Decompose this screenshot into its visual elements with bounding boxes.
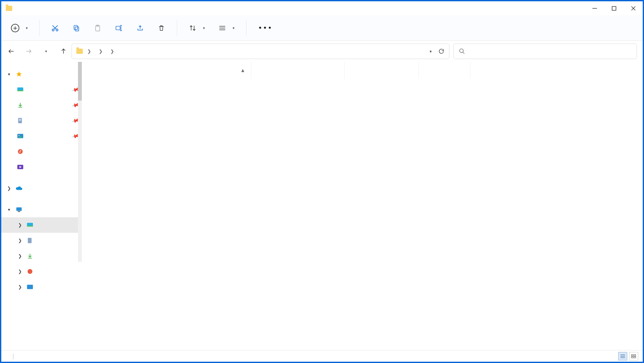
plus-icon: + [11, 24, 19, 32]
sidebar: ▾ 📌 📌 📌 [1, 62, 82, 350]
separator [177, 20, 177, 36]
sidebar-item-desktop[interactable]: 📌 [1, 82, 82, 97]
svg-rect-55 [631, 356, 633, 358]
delete-button[interactable] [152, 19, 171, 37]
new-button[interactable]: + ▾ [5, 19, 34, 37]
chevron-right-icon: ❯ [17, 238, 23, 243]
search-icon [459, 48, 465, 54]
music-icon [26, 268, 34, 275]
cut-button[interactable] [45, 19, 65, 37]
column-header-date[interactable] [251, 62, 345, 79]
svg-rect-56 [634, 356, 636, 358]
file-list-pane: ▲ [82, 62, 643, 350]
svg-rect-1 [612, 6, 616, 10]
folder-icon [6, 6, 12, 11]
sort-icon [189, 24, 197, 32]
chevron-down-icon: ▾ [6, 72, 12, 77]
sidebar-pc-desktop[interactable]: ❯ [1, 217, 82, 233]
ellipsis-icon: ••• [258, 24, 273, 32]
sidebar-scrollbar[interactable] [78, 62, 82, 262]
scrollbar-thumb[interactable] [78, 62, 82, 101]
sidebar-pc-pictures[interactable]: ❯ [1, 279, 82, 295]
svg-line-26 [463, 52, 465, 54]
svg-point-48 [28, 269, 33, 274]
view-button[interactable]: ▾ [213, 19, 240, 37]
desktop-icon [26, 221, 34, 229]
address-row: ▾ ❯ ❯ ❯ ▾ [1, 41, 643, 62]
sidebar-item-music[interactable] [1, 144, 82, 159]
svg-point-25 [460, 49, 464, 53]
chevron-right-icon: ❯ [17, 284, 23, 289]
thumbnails-view-toggle[interactable] [629, 352, 638, 360]
monitor-icon [15, 206, 23, 213]
svg-rect-54 [634, 354, 636, 356]
scissors-icon [51, 24, 59, 32]
sidebar-item-documents[interactable]: 📌 [1, 113, 82, 128]
sidebar-pc-downloads[interactable]: ❯ [1, 248, 82, 264]
view-icon [218, 24, 226, 32]
chevron-down-icon: ▾ [233, 26, 235, 30]
search-box[interactable] [453, 44, 637, 59]
breadcrumb-item[interactable]: ❯ [96, 49, 103, 54]
separator [39, 20, 40, 36]
svg-marker-27 [16, 72, 22, 77]
sidebar-quick-access[interactable]: ▾ [1, 66, 82, 82]
documents-icon [17, 117, 24, 124]
copy-button[interactable] [67, 19, 86, 37]
chevron-down-icon[interactable]: ▾ [429, 49, 432, 54]
chevron-right-icon: ❯ [99, 49, 103, 54]
recent-locations-button[interactable]: ▾ [42, 47, 50, 55]
paste-button[interactable] [88, 19, 107, 37]
music-icon [17, 148, 24, 155]
chevron-right-icon: ❯ [110, 49, 114, 54]
rename-icon [115, 24, 123, 32]
sidebar-onedrive[interactable]: ❯ [1, 181, 82, 196]
title-bar [1, 1, 643, 15]
pictures-icon [26, 283, 34, 290]
chevron-right-icon: ❯ [17, 222, 23, 228]
sort-button[interactable]: ▾ [183, 19, 211, 37]
sidebar-this-pc[interactable]: ▾ [1, 202, 82, 217]
sidebar-item-downloads[interactable]: 📌 [1, 97, 82, 113]
minimize-button[interactable] [591, 5, 598, 12]
clipboard-icon [94, 24, 101, 32]
chevron-down-icon: ▾ [26, 26, 28, 30]
svg-rect-41 [16, 207, 22, 211]
column-header-size[interactable] [419, 62, 470, 79]
videos-icon [17, 163, 24, 171]
address-bar[interactable]: ❯ ❯ ❯ ▾ [72, 44, 449, 59]
forward-button[interactable] [24, 47, 33, 55]
svg-rect-34 [19, 120, 21, 121]
pictures-icon [17, 132, 24, 140]
breadcrumb-item[interactable]: ❯ [107, 49, 114, 54]
documents-icon [26, 237, 34, 244]
desktop-icon [17, 86, 24, 93]
close-button[interactable] [630, 5, 637, 12]
up-button[interactable] [59, 47, 68, 55]
sidebar-item-pictures[interactable]: 📌 [1, 128, 82, 144]
svg-rect-8 [75, 27, 79, 31]
cloud-icon [15, 185, 23, 192]
share-icon [136, 24, 144, 32]
svg-rect-12 [116, 26, 120, 30]
rename-button[interactable] [109, 19, 129, 37]
details-view-toggle[interactable] [618, 352, 627, 360]
chevron-right-icon: ❯ [17, 269, 23, 274]
search-input[interactable] [470, 47, 631, 55]
separator [246, 20, 246, 36]
refresh-button[interactable] [438, 48, 445, 54]
sidebar-pc-documents[interactable]: ❯ [1, 233, 82, 248]
column-header-type[interactable] [345, 62, 419, 79]
more-button[interactable]: ••• [252, 19, 278, 37]
sidebar-pc-music[interactable]: ❯ [1, 264, 82, 279]
maximize-button[interactable] [610, 5, 618, 12]
svg-rect-9 [74, 25, 78, 29]
svg-rect-53 [631, 354, 633, 356]
share-button[interactable] [130, 19, 150, 37]
chevron-right-icon: ❯ [87, 49, 91, 54]
chevron-right-icon: ❯ [6, 186, 12, 191]
svg-rect-42 [18, 211, 20, 212]
column-header-name[interactable]: ▲ [90, 62, 251, 79]
sidebar-item-videos[interactable] [1, 159, 82, 175]
back-button[interactable] [7, 47, 15, 55]
